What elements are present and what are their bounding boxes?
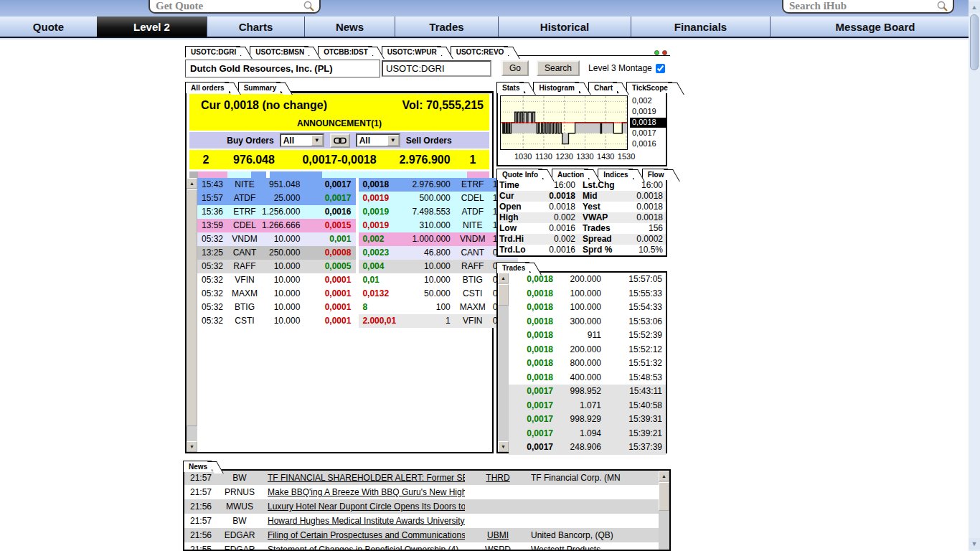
- news-time: 21:55: [184, 542, 217, 550]
- ticker-tab-usotc-revo[interactable]: USOTC:REVO: [451, 46, 509, 57]
- ask-depth-bar: [270, 171, 489, 178]
- bid-price: 0,0017: [308, 178, 356, 192]
- analysis-tab-tickscope[interactable]: TickScope: [626, 82, 672, 93]
- symbol-input[interactable]: [382, 60, 491, 77]
- analysis-tab-chart[interactable]: Chart: [588, 82, 617, 93]
- ask-price: 0,0019: [359, 192, 412, 205]
- trade-time: 15:57:05: [613, 273, 666, 287]
- quote-tab-quote-info[interactable]: Quote Info: [496, 169, 542, 180]
- nav-tab-message-board[interactable]: Message Board: [770, 17, 980, 37]
- ticker-tab-otcbb-idst[interactable]: OTCBB:IDST: [318, 46, 372, 57]
- bid-time: 15:57: [197, 192, 227, 205]
- news-headline-link[interactable]: Statement of Changes in Beneficial Owner…: [262, 542, 465, 550]
- bid-size: 10.000: [262, 314, 308, 328]
- analysis-tab-stats[interactable]: Stats: [496, 82, 524, 93]
- quote-tab-indices[interactable]: Indices: [598, 169, 632, 180]
- nav-tab-financials[interactable]: Financials: [631, 17, 770, 37]
- quote-info-row: Trd.Hi0.002Spread0.0002: [498, 234, 666, 245]
- price-chart: [500, 95, 628, 150]
- scrollbar-thumb[interactable]: [970, 14, 979, 70]
- page-scrollbar[interactable]: ▲ ▼: [969, 0, 980, 551]
- trade-row: 0,0018400.00015:48:53: [509, 371, 666, 385]
- get-quote-searchbox[interactable]: [149, 0, 321, 14]
- chart-x-tick: 1030: [512, 152, 534, 161]
- trades-scrollbar[interactable]: ▲ ▼: [498, 273, 509, 452]
- ask-size: 46.800: [412, 246, 456, 260]
- analysis-tab-histogram[interactable]: Histogram: [533, 82, 578, 93]
- go-button[interactable]: Go: [501, 60, 529, 76]
- ticker-tab-usotc-wpur[interactable]: USOTC:WPUR: [382, 46, 441, 57]
- news-headline-link[interactable]: Luxury Hotel Near Dupont Circle Opens It…: [262, 499, 465, 514]
- news-source: PRNUS: [217, 485, 262, 499]
- announcement-link[interactable]: ANNOUNCEMENT(1): [189, 117, 489, 131]
- bid-size: 25.000: [262, 192, 308, 205]
- trade-time: 15:54:33: [613, 301, 666, 315]
- news-ticker-link[interactable]: UBMI: [465, 528, 531, 542]
- trade-time: 15:43:11: [613, 385, 666, 399]
- quote-tab-flow[interactable]: Flow: [642, 169, 669, 180]
- quote-label: Trd.Lo: [498, 245, 535, 255]
- ask-row: 0,00197.498.553ATDF15:37: [359, 205, 517, 219]
- news-row: 21:55EDGARStatement of Changes in Benefi…: [184, 542, 659, 550]
- trade-row: 0,0018100.00015:54:33: [509, 301, 666, 315]
- search-button[interactable]: Search: [537, 60, 580, 76]
- scroll-down-icon[interactable]: ▼: [498, 441, 509, 452]
- bid-price: 0,0001: [308, 314, 356, 328]
- scroll-up-icon[interactable]: ▲: [969, 1, 980, 13]
- volume-label: Vol: 70,555,215: [402, 99, 484, 112]
- nav-tab-quote[interactable]: Quote: [0, 17, 97, 37]
- news-headline-link[interactable]: TF FINANCIAL SHAREHOLDER ALERT: Former S…: [262, 471, 465, 485]
- get-quote-input[interactable]: [156, 0, 303, 12]
- ask-row: 0,0019500.000CDEL12:17: [359, 192, 517, 205]
- level2-scrollbar[interactable]: ▲ ▼: [187, 178, 197, 452]
- trades-panel: ▲ ▼ 0,0018200.00015:57:050,0018100.00015…: [496, 271, 667, 453]
- ask-price: 0,01: [359, 273, 412, 287]
- news-scrollbar[interactable]: ▲: [659, 471, 669, 550]
- buy-filter-select[interactable]: All▼: [280, 133, 324, 147]
- bid-time: 05:32: [197, 314, 227, 328]
- scroll-down-icon[interactable]: ▼: [187, 441, 197, 452]
- ask-price: 0,002: [359, 232, 412, 246]
- buy-orders-label: Buy Orders: [227, 136, 273, 146]
- ask-mm: MAXM: [456, 301, 489, 314]
- news-headline-link[interactable]: Howard Hughes Medical Institute Awards U…: [262, 514, 465, 528]
- search-ihub-searchbox[interactable]: [782, 0, 954, 14]
- ask-price: 0,004: [359, 260, 412, 273]
- scrollbar-thumb[interactable]: [498, 284, 509, 306]
- nav-tab-trades[interactable]: Trades: [395, 17, 498, 37]
- scrollbar-thumb[interactable]: [187, 189, 197, 426]
- panel-tab-trades[interactable]: Trades: [496, 262, 529, 273]
- bid-size: 10.000: [262, 273, 308, 287]
- order-tab-all-orders[interactable]: All orders: [185, 82, 229, 93]
- level3-montage-checkbox[interactable]: [656, 64, 665, 73]
- news-headline-link[interactable]: Make BBQ'ing A Breeze With BBQ Guru's Ne…: [262, 485, 465, 499]
- scroll-down-icon[interactable]: ▼: [969, 538, 980, 550]
- search-ihub-input[interactable]: [789, 0, 936, 12]
- news-headline-link[interactable]: Filing of Certain Prospectuses and Commu…: [262, 528, 465, 542]
- ticker-tab-usotc-dgri[interactable]: USOTC:DGRI: [185, 46, 240, 57]
- scrollbar-thumb[interactable]: [659, 482, 669, 511]
- scroll-up-icon[interactable]: ▲: [498, 273, 509, 283]
- quote-tab-auction[interactable]: Auction: [552, 169, 588, 180]
- nav-tab-level-2[interactable]: Level 2: [97, 17, 207, 37]
- nav-tab-news[interactable]: News: [304, 17, 395, 37]
- news-company: United Bancorp, (QB): [531, 528, 659, 542]
- quote-label: Low: [498, 223, 535, 234]
- scroll-up-icon[interactable]: ▲: [187, 178, 197, 189]
- news-ticker-link[interactable]: WSPD: [465, 542, 531, 550]
- scroll-up-icon[interactable]: ▲: [659, 471, 669, 481]
- ticker-tab-usotc-bmsn[interactable]: USOTC:BMSN: [250, 46, 308, 57]
- depth-segment: [251, 171, 266, 178]
- ask-mm: VNDM: [456, 232, 489, 246]
- trade-size: 100.000: [553, 301, 613, 315]
- link-filters-button[interactable]: [330, 133, 350, 148]
- sell-filter-select[interactable]: All▼: [356, 133, 400, 147]
- order-tab-summary[interactable]: Summary: [238, 82, 281, 93]
- trade-size: 248.906: [553, 441, 613, 455]
- nav-tab-historical[interactable]: Historical: [498, 17, 631, 37]
- trade-row: 0,0017998.95215:43:11: [509, 385, 666, 399]
- news-ticker-link[interactable]: THRD: [465, 471, 531, 485]
- nav-tab-charts[interactable]: Charts: [207, 17, 304, 37]
- panel-tab-news[interactable]: News: [183, 461, 212, 472]
- bid-mm: NITE: [227, 178, 262, 192]
